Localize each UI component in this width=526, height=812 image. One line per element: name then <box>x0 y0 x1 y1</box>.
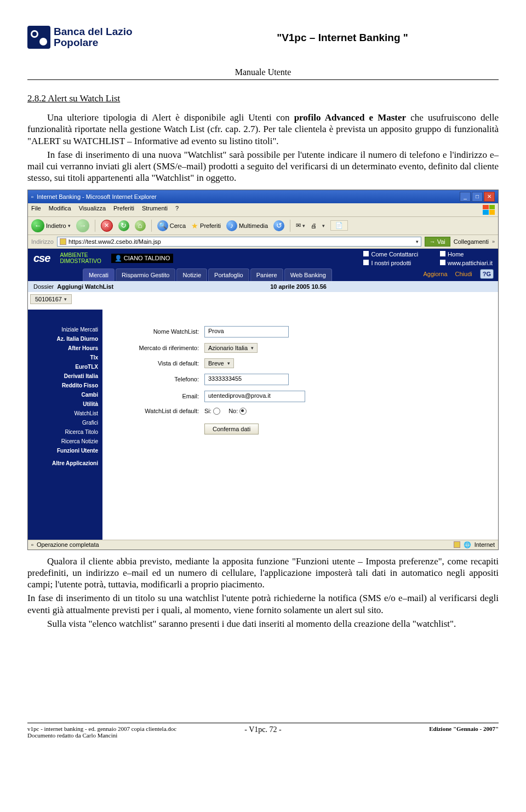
link-home[interactable]: Home <box>440 251 493 258</box>
tab-paniere[interactable]: Paniere <box>250 268 283 281</box>
home-button[interactable]: ⌂ <box>135 220 146 231</box>
radio-no[interactable] <box>239 408 247 415</box>
section-heading: 2.8.2 Alert su Watch List <box>27 93 499 104</box>
links-label[interactable]: Collegamenti <box>454 238 489 245</box>
sidebar-item[interactable]: After Hours <box>32 344 98 353</box>
menu-visualizza[interactable]: Visualizza <box>79 205 106 215</box>
select-vista[interactable]: Breve ▾ <box>204 358 234 368</box>
chevron-down-icon: ▾ <box>227 361 230 366</box>
sidebar-item[interactable]: Reddito Fisso <box>32 381 98 390</box>
url-dropdown-icon[interactable]: ▾ <box>416 239 419 244</box>
multimedia-label: Multimedia <box>239 222 268 229</box>
ambiente-line1: AMBIENTE <box>60 253 101 259</box>
sidebar-item[interactable]: Ricerca Notizie <box>32 437 98 446</box>
tab-notizie[interactable]: Notizie <box>176 268 207 281</box>
menu-file[interactable]: File <box>31 205 41 215</box>
multimedia-button[interactable]: ♪ Multimedia <box>226 220 268 231</box>
tab-risparmio[interactable]: Risparmio Gestito <box>116 268 175 281</box>
label-nome-watchlist: Nome WatchList: <box>111 328 204 335</box>
stop-button[interactable]: ✕ <box>101 220 113 232</box>
edit-button[interactable]: 📄 <box>330 220 348 231</box>
bank-name-line2: Popolare <box>54 37 98 48</box>
search-icon: 🔍 <box>157 220 168 231</box>
form-area: Nome WatchList: Prova Mercato di riferim… <box>102 310 498 540</box>
menu-help[interactable]: ? <box>175 205 179 215</box>
back-button[interactable]: ← Indietro ▾ <box>31 219 71 232</box>
tab-mercati[interactable]: Mercati <box>83 268 115 281</box>
sidebar-item[interactable]: WatchList <box>32 409 98 418</box>
home-icon <box>440 251 445 256</box>
window-minimize-button[interactable]: _ <box>460 192 471 202</box>
cse-logo: cse <box>33 252 50 265</box>
dossier-label: Dossier <box>33 283 54 290</box>
help-button[interactable]: ?G <box>480 269 494 279</box>
menu-preferiti[interactable]: Preferiti <box>113 205 134 215</box>
back-arrow-icon: ← <box>31 219 44 232</box>
ie-titlebar: ▫ Internet Banking - Microsoft Internet … <box>28 190 498 203</box>
link-contattarci[interactable]: Come Contattarci <box>363 251 418 258</box>
status-text: Operazione completata <box>37 541 99 548</box>
forward-button[interactable]: → <box>76 219 89 232</box>
sidebar-item[interactable]: Ricerca Titolo <box>32 427 98 437</box>
link-prodotti[interactable]: I nostri prodotti <box>363 260 418 266</box>
sidebar-item[interactable]: Tlx <box>32 353 98 362</box>
sidebar-item[interactable]: Az. Italia Diurno <box>32 334 98 344</box>
label-mercato: Mercato di riferimento: <box>111 345 204 351</box>
menu-modifica[interactable]: Modifica <box>49 205 71 215</box>
sidebar-item[interactable]: EuroTLX <box>32 362 98 371</box>
search-button[interactable]: 🔍 Cerca <box>157 220 186 231</box>
address-input[interactable]: https://test.www2.csebo.it/Main.jsp ▾ <box>57 237 421 247</box>
dossier-title: Aggiungi WatchList <box>57 283 113 290</box>
link-pattichiari[interactable]: www.pattichiari.it <box>440 260 493 266</box>
action-aggiorna[interactable]: Aggiorna <box>423 271 447 277</box>
paragraph-5: Sulla vista "elenco watchlist" saranno p… <box>27 618 499 630</box>
radio-si[interactable] <box>213 408 220 415</box>
sidebar-item[interactable]: Altre Applicazioni <box>32 459 98 468</box>
input-nome-watchlist[interactable]: Prova <box>204 326 289 338</box>
page-footer: v1pc - internet banking - ed. gennaio 20… <box>27 723 499 739</box>
go-button[interactable]: → Vai <box>425 237 450 247</box>
label-watchlist-default: WatchList di default: <box>111 408 204 414</box>
search-label: Cerca <box>170 222 186 229</box>
print-button[interactable]: 🖨 <box>311 222 317 229</box>
tab-web-banking[interactable]: Web Banking <box>284 268 332 281</box>
input-telefono[interactable]: 3333333455 <box>204 374 289 385</box>
window-close-button[interactable]: ✕ <box>484 192 495 202</box>
status-lock-icon <box>454 541 460 548</box>
header-divider <box>27 79 499 80</box>
sidebar-item[interactable]: Cambi <box>32 390 98 399</box>
action-chiudi[interactable]: Chiudi <box>455 271 472 277</box>
select-mercato-value: Azionario Italia <box>208 345 248 351</box>
favorites-button[interactable]: ★ Preferiti <box>191 221 221 230</box>
bank-name-line1: Banca del Lazio <box>54 26 133 37</box>
select-mercato[interactable]: Azionario Italia ▾ <box>204 343 258 353</box>
menu-strumenti[interactable]: Strumenti <box>142 205 168 215</box>
history-button[interactable]: ↺ <box>273 220 284 231</box>
tab-portafoglio[interactable]: Portafoglio <box>208 268 249 281</box>
paragraph-1-open: Una ulteriore tipologia di Alert è dispo… <box>47 112 294 123</box>
favorites-label: Preferiti <box>200 222 221 229</box>
refresh-button[interactable]: ↻ <box>118 220 129 231</box>
profilo-advanced-master: profilo Advanced e Master <box>294 112 406 123</box>
paragraph-4: In fase di inserimento di un titolo su u… <box>27 592 499 616</box>
footer-page-number: - V1pc. 72 - <box>185 725 342 739</box>
status-zone: Internet <box>474 541 495 548</box>
label-vista: Vista di default: <box>111 360 204 367</box>
mail-button[interactable]: ✉ ▾ <box>296 222 305 229</box>
paragraph-2: In fase di inserimento di una nuova "Wat… <box>27 149 499 184</box>
input-email[interactable]: utentediprova@prova.it <box>204 391 305 402</box>
sidebar-item[interactable]: Iniziale Mercati <box>32 325 98 334</box>
confirm-button[interactable]: Conferma dati <box>204 424 259 434</box>
sidebar-item[interactable]: Grafici <box>32 418 98 427</box>
document-title: "V1pc – Internet Banking " <box>186 22 499 44</box>
dossier-code-select[interactable]: 50106167 ▾ <box>30 294 72 304</box>
ie-toolbar: ← Indietro ▾ → ✕ ↻ ⌂ 🔍 Cerca ★ Preferiti… <box>28 217 498 235</box>
app-header-bar: cse AMBIENTE DIMOSTRATIVO 👤 CIANO TALDIN… <box>28 249 498 268</box>
sidebar-item[interactable]: Funzioni Utente <box>32 446 98 455</box>
radio-no-label: No: <box>228 408 238 414</box>
sidebar-item[interactable]: Utilità <box>32 399 98 409</box>
page-timestamp: 10 aprile 2005 10.56 <box>270 283 327 290</box>
window-maximize-button[interactable]: □ <box>472 192 483 202</box>
star-icon: ★ <box>191 221 198 230</box>
sidebar-item[interactable]: Derivati Italia <box>32 371 98 381</box>
